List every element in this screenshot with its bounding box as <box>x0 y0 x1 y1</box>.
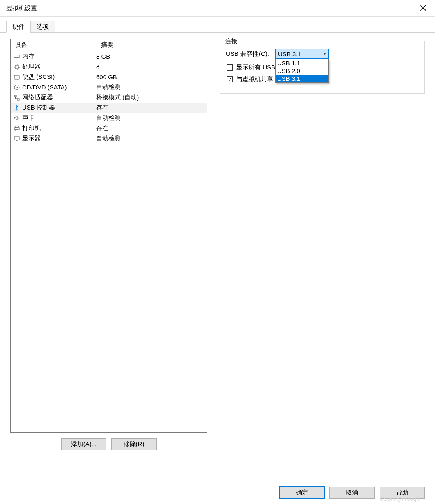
header-summary[interactable]: 摘要 <box>97 39 207 51</box>
settings-pane: 连接 USB 兼容性(C): USB 3.1 ▾ USB 1.1USB 2.0U… <box>220 39 425 450</box>
device-label: 网络适配器 <box>22 94 96 101</box>
disk-icon <box>13 73 21 81</box>
usb-compat-dropdown[interactable]: USB 1.1USB 2.0USB 3.1 <box>275 59 329 83</box>
tab-bar: 硬件 选项 <box>0 17 435 33</box>
tab-hardware[interactable]: 硬件 <box>6 21 31 33</box>
content-area: 设备 摘要 内存8 GB处理器8硬盘 (SCSI)600 GBCD/DVD (S… <box>0 33 435 456</box>
svg-point-5 <box>16 87 18 88</box>
device-label: CD/DVD (SATA) <box>22 84 96 91</box>
header-device[interactable]: 设备 <box>11 39 97 51</box>
combo-option[interactable]: USB 3.1 <box>276 75 328 82</box>
sound-icon <box>13 115 21 122</box>
device-summary: 桥接模式 (自动) <box>96 94 205 101</box>
device-label: 处理器 <box>22 63 96 71</box>
tab-options[interactable]: 选项 <box>30 21 55 33</box>
show-all-label: 显示所有 USB <box>236 64 275 71</box>
list-item[interactable]: CD/DVD (SATA)自动检测 <box>11 82 207 92</box>
device-buttons: 添加(A)... 移除(R) <box>10 438 207 450</box>
device-list-header: 设备 摘要 <box>11 39 207 51</box>
connection-group: 连接 USB 兼容性(C): USB 3.1 ▾ USB 1.1USB 2.0U… <box>220 41 425 94</box>
device-list-body: 内存8 GB处理器8硬盘 (SCSI)600 GBCD/DVD (SATA)自动… <box>11 51 207 144</box>
group-legend: 连接 <box>223 37 239 45</box>
combo-option[interactable]: USB 1.1 <box>276 59 328 67</box>
device-summary: 8 <box>96 63 205 70</box>
cancel-button[interactable]: 取消 <box>329 487 375 499</box>
list-item[interactable]: 打印机存在 <box>11 123 207 133</box>
list-item[interactable]: 声卡自动检测 <box>11 113 207 123</box>
window-title: 虚拟机设置 <box>6 5 37 12</box>
remove-button[interactable]: 移除(R) <box>111 438 157 450</box>
printer-icon <box>13 125 21 132</box>
device-list: 设备 摘要 内存8 GB处理器8硬盘 (SCSI)600 GBCD/DVD (S… <box>10 39 207 433</box>
device-label: 打印机 <box>22 124 96 132</box>
compat-label: USB 兼容性(C): <box>226 50 275 58</box>
cd-icon <box>13 84 21 91</box>
cpu-icon <box>13 63 21 71</box>
svg-rect-12 <box>14 137 19 140</box>
help-button[interactable]: 帮助 <box>380 487 425 499</box>
list-item[interactable]: USB 控制器存在 <box>11 103 207 113</box>
share-label: 与虚拟机共享 <box>236 76 273 83</box>
device-label: 显示器 <box>22 135 96 142</box>
memory-icon <box>13 53 21 60</box>
list-item[interactable]: 内存8 GB <box>11 51 207 62</box>
list-item[interactable]: 显示器自动检测 <box>11 133 207 144</box>
svg-point-4 <box>14 85 19 90</box>
list-item[interactable]: 硬盘 (SCSI)600 GB <box>11 72 207 82</box>
show-all-checkbox[interactable] <box>227 64 233 71</box>
svg-rect-2 <box>14 75 19 79</box>
vm-settings-window: 虚拟机设置 硬件 选项 设备 摘要 内存8 GB处理器8硬盘 (SCSI)600… <box>0 0 435 504</box>
combo-selected-value: USB 3.1 <box>278 50 301 57</box>
usb-compat-combo[interactable]: USB 3.1 ▾ <box>275 49 329 59</box>
close-button[interactable] <box>412 0 435 17</box>
svg-rect-1 <box>15 65 18 69</box>
dialog-buttons: 确定 取消 帮助 <box>0 481 435 504</box>
svg-rect-9 <box>15 126 18 128</box>
device-label: 声卡 <box>22 114 96 122</box>
device-label: 内存 <box>22 53 96 60</box>
device-summary: 自动检测 <box>96 114 205 122</box>
list-item[interactable]: 网络适配器桥接模式 (自动) <box>11 92 207 103</box>
add-button[interactable]: 添加(A)... <box>61 438 106 450</box>
device-summary: 自动检测 <box>96 83 205 91</box>
share-checkbox[interactable]: ✓ <box>227 76 233 82</box>
combo-option[interactable]: USB 2.0 <box>276 67 328 75</box>
device-summary: 自动检测 <box>96 135 205 142</box>
display-icon <box>13 135 21 142</box>
svg-point-8 <box>16 105 17 105</box>
device-summary: 存在 <box>96 124 205 132</box>
svg-rect-0 <box>14 55 20 57</box>
svg-rect-6 <box>14 95 16 97</box>
device-summary: 8 GB <box>96 53 205 60</box>
compat-combo-wrap: USB 3.1 ▾ USB 1.1USB 2.0USB 3.1 <box>275 49 329 59</box>
chevron-down-icon: ▾ <box>324 52 326 56</box>
device-summary: 存在 <box>96 104 205 112</box>
ok-button[interactable]: 确定 <box>279 486 325 499</box>
svg-rect-7 <box>17 99 19 100</box>
compat-row: USB 兼容性(C): USB 3.1 ▾ USB 1.1USB 2.0USB … <box>226 49 419 59</box>
device-pane: 设备 摘要 内存8 GB处理器8硬盘 (SCSI)600 GBCD/DVD (S… <box>10 39 207 450</box>
device-label: 硬盘 (SCSI) <box>22 73 96 81</box>
network-icon <box>13 94 21 101</box>
device-label: USB 控制器 <box>22 104 96 112</box>
usb-icon <box>13 104 21 112</box>
close-icon <box>420 5 426 12</box>
titlebar: 虚拟机设置 <box>0 0 435 17</box>
device-summary: 600 GB <box>96 73 205 80</box>
list-item[interactable]: 处理器8 <box>11 62 207 72</box>
